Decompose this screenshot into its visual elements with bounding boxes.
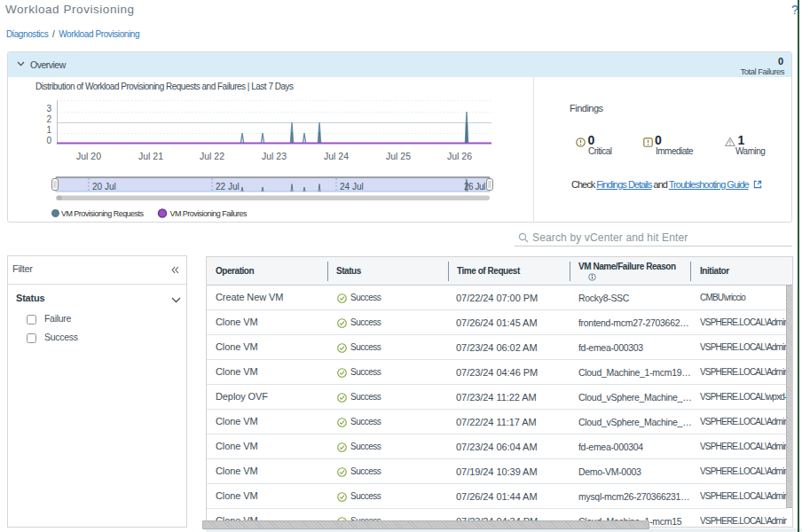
svg-text:24 Jul: 24 Jul (340, 182, 364, 192)
svg-text:Jul 20: Jul 20 (76, 151, 101, 161)
svg-text:Jul 21: Jul 21 (138, 151, 163, 161)
svg-text:Jul 23: Jul 23 (262, 151, 287, 161)
svg-text:3: 3 (46, 104, 51, 113)
svg-text:22 Jul: 22 Jul (216, 182, 240, 192)
svg-text:20 Jul: 20 Jul (92, 182, 116, 192)
svg-text:Jul 22: Jul 22 (200, 151, 224, 161)
svg-text:2: 2 (46, 114, 51, 124)
svg-text:Jul 26: Jul 26 (447, 151, 472, 161)
svg-text:0: 0 (46, 136, 51, 145)
svg-text:Jul 24: Jul 24 (324, 151, 349, 161)
svg-text:1: 1 (46, 125, 51, 135)
svg-text:VM Provisioning Failures: VM Provisioning Failures (170, 209, 248, 218)
svg-text:Jul 25: Jul 25 (386, 151, 411, 161)
svg-text:VM Provisioning Requests: VM Provisioning Requests (61, 209, 144, 218)
